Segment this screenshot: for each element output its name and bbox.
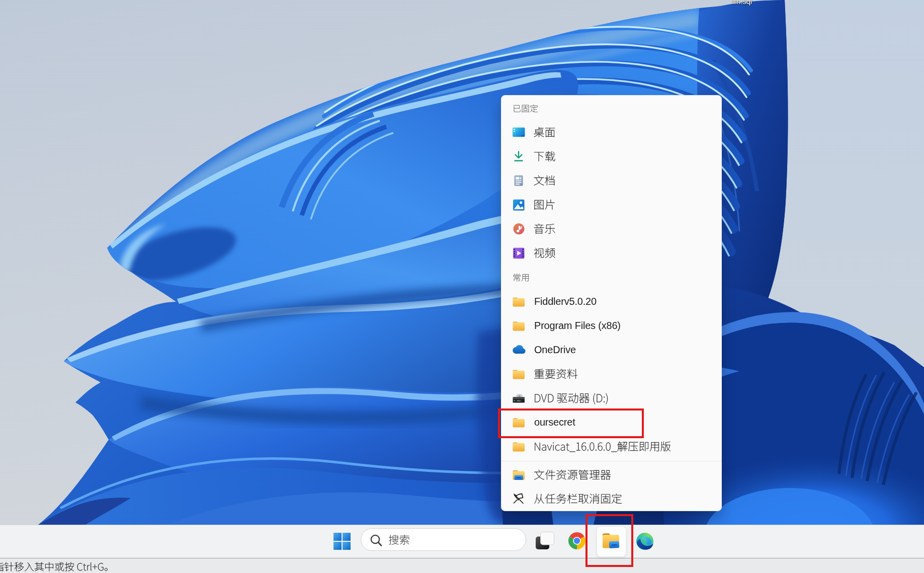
svg-text:DVD: DVD [517,400,521,402]
